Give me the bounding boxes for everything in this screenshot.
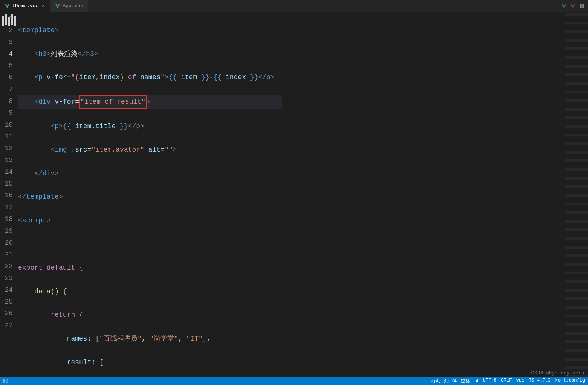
svg-rect-1 bbox=[582, 4, 584, 8]
editor[interactable]: 1 2 3 4 5 6 7 8 9 10 11 12 13 14 15 16 1… bbox=[0, 12, 588, 377]
status-encoding[interactable]: UTF-8 bbox=[483, 378, 496, 384]
code-content[interactable]: <template> <h3>列表渲染</h3> <p v-for="(item… bbox=[18, 12, 565, 377]
tab-actions bbox=[561, 3, 588, 9]
editor-tabs: tDemo.vue × App.vue bbox=[0, 0, 588, 12]
vue-icon[interactable] bbox=[561, 3, 567, 9]
tab-label: App.vue bbox=[63, 3, 83, 9]
svg-rect-0 bbox=[580, 4, 582, 8]
vue-icon bbox=[5, 3, 10, 9]
tab-label: tDemo.vue bbox=[12, 3, 38, 9]
tab-app[interactable]: App.vue bbox=[50, 0, 88, 12]
status-tsconfig[interactable]: No tsconfig bbox=[555, 378, 585, 384]
minimap[interactable] bbox=[565, 12, 588, 377]
status-left[interactable]: 躬 bbox=[3, 378, 8, 384]
tab-tdemo[interactable]: tDemo.vue × bbox=[0, 0, 50, 12]
status-bar: 躬 行4, 列 24 空格: 4 UTF-8 CRLF vue TS 4.7.3… bbox=[0, 377, 588, 385]
vue-icon bbox=[55, 3, 60, 9]
watermark: CSDN @Mystery_zero bbox=[531, 370, 584, 376]
status-ts-version[interactable]: TS 4.7.3 bbox=[529, 378, 551, 384]
status-line-col[interactable]: 行4, 列 24 bbox=[431, 378, 457, 384]
status-language[interactable]: vue bbox=[516, 378, 525, 384]
close-icon[interactable]: × bbox=[41, 3, 46, 9]
highlight-box: "item of result" bbox=[79, 95, 147, 109]
status-spaces[interactable]: 空格: 4 bbox=[461, 378, 478, 384]
vue-icon[interactable] bbox=[570, 3, 576, 9]
status-eol[interactable]: CRLF bbox=[501, 378, 512, 384]
line-gutter: 1 2 3 4 5 6 7 8 9 10 11 12 13 14 15 16 1… bbox=[0, 12, 18, 377]
more-icon[interactable] bbox=[579, 3, 585, 9]
